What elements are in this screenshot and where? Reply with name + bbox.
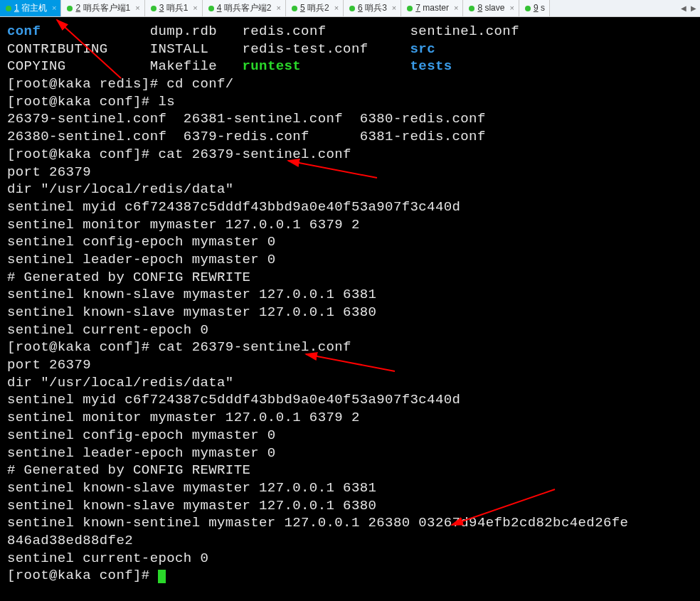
conf-line: # Generated by CONFIG REWRITE xyxy=(7,270,250,285)
conf-line: sentinel known-slave mymaster 127.0.0.1 … xyxy=(7,304,376,320)
file-name: Makefile xyxy=(150,58,217,74)
tab-bar: 1 宿主机 × 2 哨兵客户端1 × 3 哨兵1 × 4 哨兵客户端2 × 5 … xyxy=(0,0,700,17)
tab-label: 6 哨兵3 xyxy=(358,3,387,14)
tab-master[interactable]: 7 master × xyxy=(401,0,463,16)
conf-line: dir "/usr/local/redis/data" xyxy=(7,375,234,390)
close-icon[interactable]: × xyxy=(334,3,339,13)
conf-line: sentinel leader-epoch mymaster 0 xyxy=(7,252,276,267)
conf-line: sentinel known-sentinel mymaster 127.0.0… xyxy=(7,515,628,531)
tab-label: 3 哨兵1 xyxy=(159,3,189,14)
conf-line: sentinel config-epoch mymaster 0 xyxy=(7,427,276,443)
conf-line: 846ad38ed88dfe2 xyxy=(7,533,133,548)
tab-label: 8 slave xyxy=(477,3,504,14)
file-name: dump.rdb xyxy=(150,23,217,39)
status-dot-icon xyxy=(151,6,157,11)
dir-name: src xyxy=(410,41,435,57)
status-dot-icon xyxy=(208,6,214,11)
file-name: CONTRIBUTING xyxy=(7,41,108,57)
ls-output: 26380-sentinel.conf 6379-redis.conf 6381… xyxy=(7,129,486,144)
file-name: redis.conf xyxy=(242,23,326,39)
close-icon[interactable]: × xyxy=(193,3,197,13)
file-name: sentinel.conf xyxy=(410,23,519,39)
conf-line: sentinel myid c6f724387c5dddf43bbd9a0e40… xyxy=(7,199,460,215)
shell-prompt: [root@kaka redis]# xyxy=(7,76,166,92)
dir-name: tests xyxy=(410,58,452,74)
tab-sentinel-client-1[interactable]: 2 哨兵客户端1 × xyxy=(61,0,144,16)
tab-label: 2 哨兵客户端1 xyxy=(75,3,130,14)
close-icon[interactable]: × xyxy=(135,3,139,13)
file-name: COPYING xyxy=(7,58,66,74)
conf-line: sentinel known-slave mymaster 127.0.0.1 … xyxy=(7,480,376,496)
nav-left-icon[interactable]: ◀ xyxy=(679,4,688,13)
tab-sentinel-2[interactable]: 5 哨兵2 × xyxy=(286,0,344,16)
shell-command: cd conf/ xyxy=(166,76,233,92)
conf-line: sentinel myid c6f724387c5dddf43bbd9a0e40… xyxy=(7,392,460,408)
conf-line: sentinel known-slave mymaster 127.0.0.1 … xyxy=(7,498,376,514)
conf-line: # Generated by CONFIG REWRITE xyxy=(7,462,250,478)
close-icon[interactable]: × xyxy=(277,3,281,13)
terminal-output[interactable]: conf dump.rdb redis.conf sentinel.conf C… xyxy=(0,17,700,590)
conf-line: sentinel monitor mymaster 127.0.0.1 6379… xyxy=(7,410,360,425)
tab-sentinel-1[interactable]: 3 哨兵1 × xyxy=(145,0,203,16)
dir-name: conf xyxy=(7,23,41,39)
status-dot-icon xyxy=(407,6,413,11)
conf-line: dir "/usr/local/redis/data" xyxy=(7,181,234,197)
conf-line: port 26379 xyxy=(7,164,91,180)
conf-line: sentinel config-epoch mymaster 0 xyxy=(7,234,276,250)
tab-extra[interactable]: 9 s xyxy=(519,0,550,16)
conf-line: sentinel leader-epoch mymaster 0 xyxy=(7,445,276,461)
conf-line: sentinel current-epoch 0 xyxy=(7,322,208,338)
status-dot-icon xyxy=(469,6,474,11)
shell-prompt: [root@kaka conf]# xyxy=(7,94,158,110)
ls-output: 26379-sentinel.conf 26381-sentinel.conf … xyxy=(7,111,486,127)
status-dot-icon xyxy=(292,6,297,11)
tab-nav: ◀ ▶ xyxy=(677,0,700,16)
tab-label: 1 宿主机 xyxy=(14,3,47,14)
file-name: INSTALL xyxy=(150,41,209,57)
shell-prompt: [root@kaka conf]# xyxy=(7,147,158,162)
cursor-icon xyxy=(158,570,166,583)
close-icon[interactable]: × xyxy=(509,3,514,13)
shell-prompt: [root@kaka conf]# xyxy=(7,568,158,583)
status-dot-icon xyxy=(349,6,355,11)
conf-line: sentinel monitor mymaster 127.0.0.1 6379… xyxy=(7,217,360,233)
tab-label: 5 哨兵2 xyxy=(300,3,329,14)
tab-host[interactable]: 1 宿主机 × xyxy=(0,0,61,16)
tab-slave[interactable]: 8 slave × xyxy=(463,0,519,16)
shell-prompt: [root@kaka conf]# xyxy=(7,339,158,355)
nav-right-icon[interactable]: ▶ xyxy=(689,4,698,13)
shell-command: ls xyxy=(158,94,175,110)
shell-command: cat 26379-sentinel.conf xyxy=(158,147,351,162)
tab-sentinel-3[interactable]: 6 哨兵3 × xyxy=(344,0,401,16)
conf-line: sentinel current-epoch 0 xyxy=(7,551,208,566)
file-name: redis-test.conf xyxy=(242,41,368,57)
status-dot-icon xyxy=(67,6,73,11)
close-icon[interactable]: × xyxy=(392,3,396,13)
status-dot-icon xyxy=(6,6,11,11)
conf-line: port 26379 xyxy=(7,357,91,373)
close-icon[interactable]: × xyxy=(454,3,458,13)
tab-label: 7 master xyxy=(415,3,449,14)
exec-name: runtest xyxy=(242,58,301,74)
tab-label: 4 哨兵客户端2 xyxy=(217,3,272,14)
shell-command: cat 26379-sentinel.conf xyxy=(158,339,351,355)
tab-sentinel-client-2[interactable]: 4 哨兵客户端2 × xyxy=(203,0,286,16)
conf-line: sentinel known-slave mymaster 127.0.0.1 … xyxy=(7,287,376,302)
close-icon[interactable]: × xyxy=(52,3,56,13)
status-dot-icon xyxy=(525,6,531,11)
tab-label: 9 s xyxy=(534,3,545,14)
